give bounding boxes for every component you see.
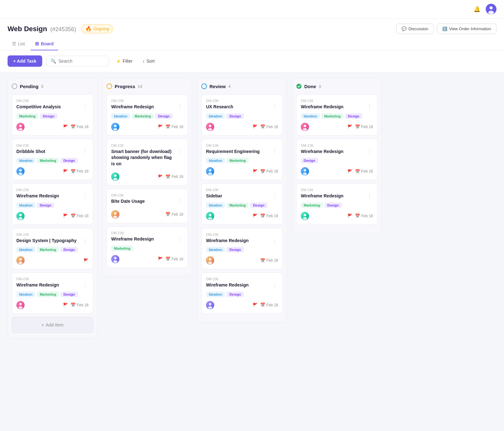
svg-point-37 [209, 169, 211, 172]
card-menu-button[interactable]: ⋮ [366, 192, 373, 199]
svg-point-9 [19, 173, 23, 175]
date-badge: 📅Feb 18 [71, 124, 89, 129]
notification-icon[interactable]: 🔔 [472, 4, 482, 14]
add-task-button[interactable]: + Add Task [8, 55, 42, 67]
card-footer: 🚩 📅Feb 18 [301, 167, 373, 175]
sort-button[interactable]: ↕ Sort [140, 56, 158, 66]
card-menu-button[interactable]: ⋮ [366, 103, 373, 110]
calendar-icon: 📅 [260, 303, 265, 307]
card-menu-button[interactable]: ⋮ [271, 103, 278, 110]
card-avatar [111, 255, 119, 263]
date-badge: 📅Feb 18 [165, 212, 183, 217]
card-menu-button[interactable]: ⋮ [271, 192, 278, 199]
header-right: 💬 Discussion ℹ️ View Order Information [396, 24, 496, 34]
card-tags: IdeationDesign [206, 247, 278, 252]
card-tags: MarketingDesign [16, 113, 89, 119]
card-tags: IdeationDesign [206, 292, 278, 297]
card-avatar [301, 212, 309, 220]
calendar-icon: 📅 [165, 174, 170, 179]
tag-marketing: Marketing [37, 158, 59, 163]
tag-marketing: Marketing [16, 113, 38, 119]
card-menu-button[interactable]: ⋮ [82, 148, 89, 155]
tag-marketing: Marketing [132, 113, 154, 119]
card-avatar [206, 212, 214, 220]
tab-list[interactable]: ☰ List [8, 38, 29, 50]
svg-point-18 [19, 306, 23, 309]
column-status-icon [12, 83, 17, 89]
card-menu-button[interactable]: ⋮ [82, 281, 89, 288]
card-menu-button[interactable]: ⋮ [271, 148, 278, 155]
card-id: DM-238 [206, 144, 278, 147]
card-footer: 🚩 📅Feb 18 [206, 167, 278, 175]
calendar-icon: 📅 [260, 258, 265, 263]
calendar-icon: 📅 [71, 213, 76, 218]
card-menu-button[interactable]: ⋮ [176, 103, 183, 110]
card-footer: 🚩 📅Feb 18 [16, 167, 89, 175]
card-footer: 🚩 📅Feb 18 [301, 212, 373, 220]
column-count: 3 [41, 84, 43, 89]
date-badge: 📅Feb 18 [165, 257, 183, 261]
card-title: Wireframe Redesign [206, 282, 249, 288]
column-count: 14 [138, 84, 142, 89]
tag-design: Design [60, 292, 78, 297]
card-title: Wireframe Redesign [16, 193, 59, 199]
card-menu-button[interactable]: ⋮ [176, 235, 183, 242]
search-box[interactable]: 🔍 [46, 56, 109, 66]
svg-point-47 [208, 306, 212, 309]
date-badge: 📅Feb 18 [260, 213, 278, 218]
top-bar: 🔔 [0, 0, 504, 19]
calendar-icon: 📅 [71, 124, 76, 129]
card-menu-button[interactable]: ⋮ [271, 237, 278, 244]
toolbar: + Add Task 🔍 ⚡ Filter ↕ Sort [0, 50, 504, 72]
add-item-button[interactable]: + Add Item [12, 317, 93, 333]
view-order-button[interactable]: ℹ️ View Order Information [437, 24, 496, 34]
svg-point-54 [303, 173, 307, 175]
discussion-button[interactable]: 💬 Discussion [396, 24, 434, 34]
tab-list-label: List [18, 41, 25, 46]
card-avatar [301, 123, 309, 131]
user-avatar[interactable] [486, 4, 496, 14]
column-header: Done 3 [296, 83, 378, 89]
tag-ideation: Ideation [16, 292, 35, 297]
tag-marketing: Marketing [226, 202, 249, 208]
card-id: DM-238 [16, 99, 89, 103]
card-footer: 📅Feb 18 [111, 210, 183, 218]
card-avatar [16, 212, 25, 220]
card-menu-button[interactable]: ⋮ [82, 192, 89, 199]
task-card: DM-238 Wireframe Redesign ⋮ IdeationDesi… [201, 272, 283, 314]
card-menu-button[interactable]: ⋮ [82, 103, 89, 110]
card-menu-button[interactable]: ⋮ [366, 148, 373, 155]
card-title: Wireframe Redesign [206, 238, 249, 244]
card-title: Wireframe Redesign [16, 282, 59, 288]
filter-button[interactable]: ⚡ Filter [113, 56, 136, 66]
card-menu-button[interactable]: ⋮ [271, 281, 278, 288]
card-id: DM-238 [16, 144, 89, 147]
svg-point-12 [19, 217, 23, 220]
tag-marketing: Marketing [37, 292, 59, 297]
column-title: Pending [20, 84, 38, 89]
card-menu-button[interactable]: ⋮ [176, 198, 183, 205]
card-meta: 🚩 [83, 258, 89, 263]
calendar-icon: 📅 [355, 169, 360, 174]
flag-icon: 🚩 [347, 213, 352, 218]
card-meta: 🚩 📅Feb 18 [158, 257, 183, 261]
calendar-icon: 📅 [260, 124, 265, 129]
tag-design: Design [226, 247, 244, 252]
page-header: Web Design (#245356) 🔥 Ongoing 💬 Discuss… [0, 19, 504, 34]
search-input[interactable] [59, 59, 104, 64]
tag-marketing: Marketing [321, 113, 343, 119]
flag-icon: 🚩 [63, 169, 68, 174]
card-menu-button[interactable]: ⋮ [176, 148, 183, 155]
card-footer: 🚩 📅Feb 18 [16, 301, 89, 309]
tag-ideation: Ideation [16, 202, 35, 208]
svg-point-24 [114, 174, 117, 177]
flag-icon: 🚩 [63, 303, 68, 307]
task-card: DM-238 Requirement Engineering ⋮ Ideatio… [201, 139, 283, 180]
task-card: DM-238 UX Research ⋮ IdeationDesign 🚩 📅F… [201, 94, 283, 136]
tab-board[interactable]: ⊞ Board [31, 38, 58, 50]
card-title: Sidebar [206, 193, 222, 199]
board-container: Pending 3 DM-238 Competitive Analysis ⋮ … [0, 72, 504, 344]
card-title: Requirement Engineering [206, 149, 260, 155]
card-footer: 🚩 📅Feb 18 [111, 255, 183, 263]
card-menu-button[interactable]: ⋮ [82, 237, 89, 244]
